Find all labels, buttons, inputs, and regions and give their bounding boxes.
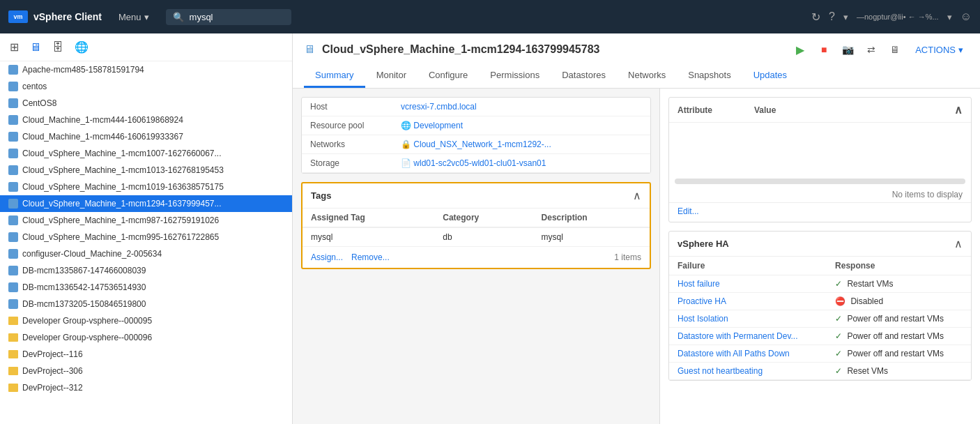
brand: vm vSphere Client (8, 10, 102, 23)
refresh-icon[interactable]: ↻ (811, 10, 820, 24)
migrate-icon[interactable]: ⇄ (862, 40, 880, 59)
vm-logo: vm (8, 10, 28, 23)
tags-collapse-button[interactable]: ∧ (633, 189, 641, 202)
attr-col-attribute: Attribute (677, 105, 712, 115)
ha-failure-3: Datastore with Permanent Dev... (669, 328, 827, 345)
check-icon: ✓ (835, 349, 844, 358)
attr-col-value: Value (754, 105, 776, 115)
sidebar-item-label: Cloud_vSphere_Machine_1-mcm1019-16363857… (22, 182, 224, 192)
tab-updates[interactable]: Updates (742, 64, 798, 88)
tags-count: 1 items (614, 252, 641, 262)
storage-row: Storage 📄 wld01-sc2vc05-wld01-clu01-vsan… (302, 154, 650, 173)
ha-row-2: Host Isolation✓ Power off and restart VM… (669, 310, 971, 328)
topbar-right: ↻ ? ▾ —nogptur@lii• ← →%... ▾ ☺ (811, 10, 972, 24)
search-icon: 🔍 (173, 12, 184, 22)
sidebar-item-label: Cloud_Machine_1-mcm446-160619933367 (22, 132, 183, 142)
sidebar-item-label: Cloud_Machine_1-mcm444-160619868924 (22, 115, 183, 125)
check-icon: ✓ (835, 366, 844, 376)
sidebar-item-19[interactable]: DevProject--312 (0, 379, 292, 396)
sidebar-item-4[interactable]: Cloud_Machine_1-mcm446-160619933367 (0, 128, 292, 145)
attr-header: Attribute Value ∧ (669, 98, 971, 123)
attr-collapse-button[interactable]: ∧ (954, 103, 963, 116)
vm-icon (8, 215, 18, 225)
sidebar-item-0[interactable]: Apache-mcm485-158781591794 (0, 61, 292, 78)
tags-card: Tags ∧ Assigned Tag Category Description (301, 182, 651, 269)
help-icon[interactable]: ? (829, 10, 835, 23)
chevron-down-icon: ▾ (144, 12, 149, 22)
networks-row: Networks 🔒 Cloud_NSX_Network_1-mcm1292-.… (302, 135, 650, 154)
ha-failure-4: Datastore with All Paths Down (669, 345, 827, 363)
tab-monitor[interactable]: Monitor (365, 64, 418, 88)
sidebar-item-17[interactable]: DevProject--116 (0, 346, 292, 363)
sidebar-tab-network[interactable]: 🌐 (70, 38, 93, 56)
sidebar-item-16[interactable]: Developer Group-vsphere--000096 (0, 329, 292, 346)
ha-collapse-button[interactable]: ∧ (954, 237, 963, 250)
sidebar-item-12[interactable]: DB-mcm1335867-147466008039 (0, 262, 292, 279)
main-content: 🖥 Cloud_vSphere_Machine_1-mcm1294-163799… (293, 33, 980, 424)
content-title-row: 🖥 Cloud_vSphere_Machine_1-mcm1294-163799… (304, 40, 969, 59)
ha-response-1: ⛔ Disabled (827, 293, 971, 310)
snapshot-icon[interactable]: 📷 (839, 40, 857, 59)
tab-configure[interactable]: Configure (418, 64, 479, 88)
sidebar-tab-db[interactable]: 🗄 (48, 38, 68, 56)
sidebar-item-label: Apache-mcm485-158781591794 (22, 65, 144, 75)
sidebar-item-15[interactable]: Developer Group-vsphere--000095 (0, 312, 292, 329)
power-off-icon[interactable]: ■ (815, 40, 833, 59)
ha-failure-5: Guest not heartbeating (669, 363, 827, 380)
sidebar-item-label: Cloud_vSphere_Machine_1-mcm1294-16379994… (22, 199, 222, 209)
sidebar-item-7[interactable]: Cloud_vSphere_Machine_1-mcm1019-16363857… (0, 179, 292, 195)
tags-col-description: Description (533, 209, 650, 227)
sidebar-tab-grid[interactable]: ⊞ (6, 38, 23, 56)
host-row: Host vcresxi-7.cmbd.local (302, 98, 650, 116)
storage-value: 📄 wld01-sc2vc05-wld01-clu01-vsan01 (392, 154, 650, 173)
edit-link[interactable]: Edit... (677, 206, 699, 216)
user-avatar-icon[interactable]: ☺ (960, 10, 972, 23)
sidebar-item-10[interactable]: Cloud_vSphere_Machine_1-mcm995-162761722… (0, 229, 292, 245)
sidebar-item-label: DevProject--306 (22, 366, 83, 376)
menu-button[interactable]: Menu ▾ (113, 9, 155, 25)
tab-summary[interactable]: Summary (304, 64, 365, 88)
sidebar-item-6[interactable]: Cloud_vSphere_Machine_1-mcm1013-16276819… (0, 162, 292, 179)
sidebar-item-3[interactable]: Cloud_Machine_1-mcm444-160619868924 (0, 112, 292, 128)
resource-pool-icon: 🌐 (401, 121, 413, 130)
resource-pool-link[interactable]: Development (413, 121, 463, 130)
actions-button[interactable]: ACTIONS ▾ (910, 42, 969, 58)
vm-icon (8, 182, 18, 192)
tab-permissions[interactable]: Permissions (479, 64, 551, 88)
sidebar-item-8[interactable]: Cloud_vSphere_Machine_1-mcm1294-16379994… (0, 195, 292, 212)
sidebar-item-13[interactable]: DB-mcm1336542-147536514930 (0, 279, 292, 296)
sidebar-item-2[interactable]: CentOS8 (0, 95, 292, 112)
vm-title-icon: 🖥 (304, 43, 315, 56)
content-tab-bar: Summary Monitor Configure Permissions Da… (304, 64, 969, 88)
assign-link[interactable]: Assign... (311, 252, 343, 262)
power-on-icon[interactable]: ▶ (791, 40, 809, 59)
user-info: —nogptur@lii• ← →%... (857, 13, 939, 21)
folder-icon (8, 317, 18, 325)
search-input[interactable] (190, 12, 273, 22)
ha-row-3: Datastore with Permanent Dev...✓ Power o… (669, 328, 971, 345)
folder-icon (8, 350, 18, 358)
networks-link[interactable]: Cloud_NSX_Network_1-mcm1292-... (413, 139, 551, 149)
remove-link[interactable]: Remove... (351, 252, 390, 262)
tab-datastores[interactable]: Datastores (551, 64, 617, 88)
chevron-down-icon-user[interactable]: ▾ (947, 12, 952, 22)
networks-label: Networks (302, 135, 392, 154)
sidebar-tab-vm[interactable]: 🖥 (26, 38, 45, 56)
tab-snapshots[interactable]: Snapshots (677, 64, 742, 88)
storage-link[interactable]: wld01-sc2vc05-wld01-clu01-vsan01 (413, 158, 546, 168)
sidebar-item-9[interactable]: Cloud_vSphere_Machine_1-mcm987-162759191… (0, 212, 292, 229)
sidebar-item-11[interactable]: configuser-Cloud_Machine_2-005634 (0, 245, 292, 262)
chevron-down-icon-help[interactable]: ▾ (843, 12, 848, 22)
sidebar-item-5[interactable]: Cloud_vSphere_Machine_1-mcm1007-16276600… (0, 145, 292, 162)
ha-response-3: ✓ Power off and restart VMs (827, 328, 971, 345)
tab-networks[interactable]: Networks (617, 64, 677, 88)
vm-icon (8, 282, 18, 292)
sidebar-item-14[interactable]: DB-mcm1373205-150846519800 (0, 296, 292, 312)
console-icon[interactable]: 🖥 (886, 40, 904, 59)
sidebar-item-1[interactable]: centos (0, 78, 292, 95)
search-bar[interactable]: 🔍 (166, 9, 291, 25)
host-link[interactable]: vcresxi-7.cmbd.local (401, 102, 477, 112)
ha-card-header: vSphere HA ∧ (669, 232, 971, 257)
sidebar-item-18[interactable]: DevProject--306 (0, 363, 292, 379)
error-icon: ⛔ (835, 296, 848, 306)
